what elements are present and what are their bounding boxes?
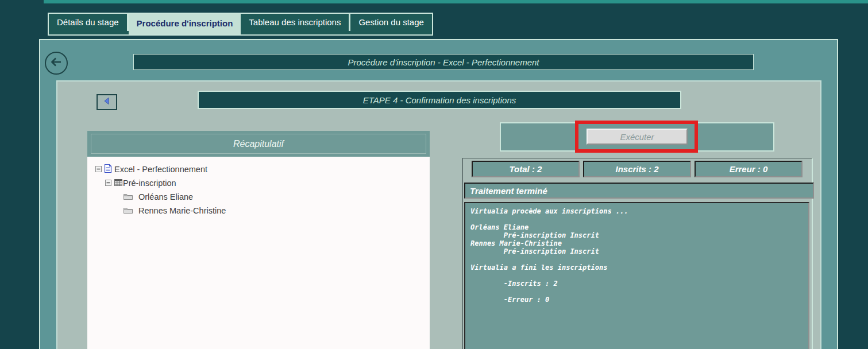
step-banner: ETAPE 4 - Confirmation des inscriptions: [198, 91, 681, 109]
tab-procedure-inscription[interactable]: Procédure d'inscription: [129, 14, 241, 34]
tree-item-label: Orléans Eliane: [138, 192, 193, 201]
page-title: Procédure d'inscription - Excel - Perfec…: [133, 54, 754, 70]
tab-bar: Détails du stage Procédure d'inscription…: [48, 13, 433, 36]
main-window: Procédure d'inscription - Excel - Perfec…: [39, 39, 838, 349]
document-icon: [104, 164, 112, 175]
back-button[interactable]: [45, 52, 68, 75]
tree-item-rennes-marie-christine[interactable]: Rennes Marie-Christine: [87, 204, 430, 218]
app-screen: Détails du stage Procédure d'inscription…: [0, 0, 868, 349]
blue-triangle-left-icon: [103, 97, 111, 107]
log-console: Virtualia procède aux inscriptions ... O…: [464, 202, 809, 349]
tab-gestion-du-stage[interactable]: Gestion du stage: [350, 14, 431, 31]
back-arrow-icon: [49, 55, 63, 71]
tree-item-orleans-eliane[interactable]: Orléans Eliane: [87, 190, 430, 204]
counters-row: Total : 2 Inscrits : 2 Erreur : 0: [472, 161, 803, 177]
tab-details-du-stage[interactable]: Détails du stage: [49, 14, 129, 31]
tree-item-label: Excel - Perfectionnement: [114, 165, 207, 174]
execute-button[interactable]: Exécuter: [587, 129, 688, 145]
tree-item-label: Pré-inscription: [123, 179, 176, 188]
top-accent-strip: [44, 0, 868, 3]
recap-header-inner-border: [91, 134, 426, 154]
results-panel: Total : 2 Inscrits : 2 Erreur : 0 Traite…: [462, 158, 813, 349]
total-counter: Total : 2: [472, 161, 580, 177]
tree-item-pre-inscription[interactable]: Pré-inscription: [87, 176, 430, 190]
log-console-text: Virtualia procède aux inscriptions ... O…: [465, 203, 808, 308]
inscrits-counter: Inscrits : 2: [583, 161, 691, 177]
content-panel: ETAPE 4 - Confirmation des inscriptions …: [56, 80, 821, 349]
collapse-minus-icon[interactable]: [95, 165, 102, 174]
folder-icon: [123, 206, 133, 216]
recap-header: Récapitulatif: [87, 131, 430, 157]
recap-section: Récapitulatif: [87, 131, 430, 349]
previous-step-button[interactable]: [97, 94, 117, 110]
folder-icon: [123, 192, 133, 202]
grid-table-icon: [114, 179, 123, 188]
tab-tableau-des-inscriptions[interactable]: Tableau des inscriptions: [241, 14, 350, 31]
status-bar: Traitement terminé: [464, 183, 814, 199]
collapse-minus-icon[interactable]: [105, 179, 111, 188]
tree-item-stage[interactable]: Excel - Perfectionnement: [87, 162, 430, 176]
recap-tree: Excel - Perfectionnement: [87, 157, 430, 349]
erreur-counter: Erreur : 0: [695, 161, 803, 177]
tree-item-label: Rennes Marie-Christine: [138, 206, 226, 215]
